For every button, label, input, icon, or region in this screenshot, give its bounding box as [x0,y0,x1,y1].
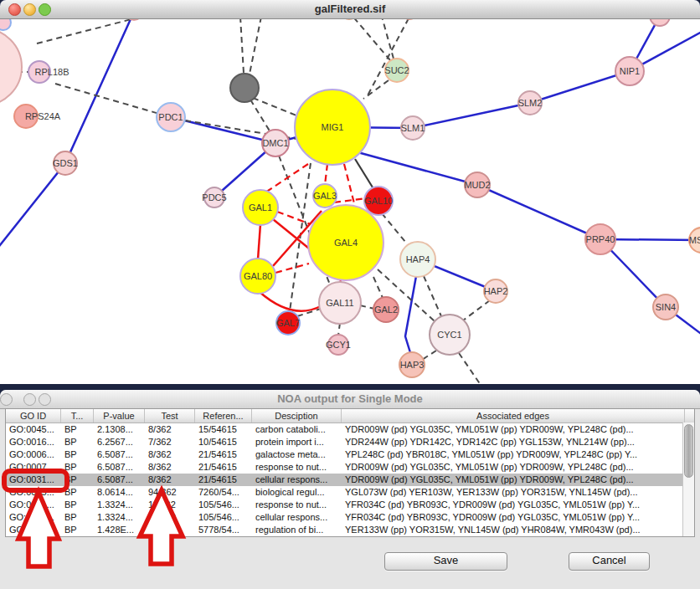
node-rps24a[interactable]: RPS24A [14,105,61,128]
node-gal4[interactable]: GAL4 [308,205,383,280]
close-button[interactable] [0,393,13,406]
edge [258,224,260,259]
close-button[interactable] [8,3,21,16]
node-gds1[interactable]: GDS1 [53,151,78,175]
node-label: SIN4 [656,302,676,312]
column-header-associated-edges[interactable]: Associated edges [342,409,685,423]
network-window-titlebar[interactable]: galFiltered.sif [0,0,700,19]
cell: 6.5087... [94,461,145,474]
column-header-go-id[interactable]: GO ID [6,409,61,423]
node-label: GDS1 [53,158,78,168]
table-row[interactable]: GO:0050...BP1.428E...80/3625778/54...reg… [6,524,694,536]
cell: YPL248C (pd) YBR018C, YML051W (pp) YDR00… [342,448,685,461]
cell: GO:0065... [6,486,61,499]
vertical-scrollbar[interactable] [682,423,694,536]
node-gal11[interactable]: GAL11 [319,282,361,324]
node-sin4[interactable]: SIN4 [653,294,678,320]
edge [290,163,311,311]
network-window-title: galFiltered.sif [0,0,700,18]
node-label: SUC2 [384,65,409,75]
cell: YDR009W (pd) YGL035C, YML051W (pp) YDR00… [342,461,685,474]
cell: 1.3324... [94,511,145,524]
node-slm1[interactable]: SLM1 [401,116,425,140]
node-unlabeled[interactable] [650,18,670,26]
noa-window-titlebar[interactable]: NOA output for Single Mode [0,390,700,409]
table-row-selected[interactable]: GO:0031...BP6.5087...8/36221/54615cellul… [6,474,694,486]
node-gal10[interactable]: GAL10 [364,187,393,215]
cell: YDR244W (pp) YDR142C, YDR142C (pp) YGL15… [342,436,685,448]
node-label: GAL7 [276,318,300,328]
zoom-button[interactable] [39,393,51,406]
node-hap4[interactable]: HAP4 [400,242,435,277]
node-rpl18b[interactable]: RPL18B [28,61,69,83]
node-label: RPL18B [35,67,69,77]
cell: cellular respons... [252,511,342,524]
node-unlabeled[interactable] [0,18,11,30]
column-header-desciption[interactable]: Desciption [252,409,342,423]
table-row[interactable]: GO:0031...BP1.3324...11/362105/546...res… [6,499,694,511]
node-dmc1[interactable]: DMC1 [262,130,289,156]
column-header-t-[interactable]: T... [61,409,94,423]
cell: BP [61,423,94,436]
cell: GO:0016... [6,436,61,448]
node-unlabeled[interactable] [230,74,259,102]
zoom-button[interactable] [39,3,51,16]
cell: 8/362 [145,448,195,461]
cell: YFR034C (pd) YBR093C, YDR009W (pd) YGL03… [342,499,685,511]
edge [463,300,490,320]
cell: BP [61,474,94,486]
node-nip1[interactable]: NIP1 [615,57,644,85]
node-gal3[interactable]: GAL3 [313,184,337,207]
node-label: PDC5 [202,192,226,202]
table-row[interactable]: GO:0045...BP2.1308...8/36215/54615carbon… [6,423,694,436]
table-row[interactable]: GO:0065...BP8.0614...94/3627260/54...bio… [6,486,694,499]
cell: GO:0007... [6,461,61,474]
minimize-button[interactable] [23,393,36,406]
table-row[interactable]: GO:0031...BP1.3324...11/362105/546...cel… [6,511,694,524]
node-msn5[interactable]: MSN5 [689,228,700,253]
cell: 10/54615 [195,436,252,448]
node-gal2[interactable]: GAL2 [373,297,399,322]
node-label: GAL11 [326,298,353,308]
edge [373,277,383,298]
save-button[interactable]: Save [384,552,507,571]
cell: YDR009W (pd) YGL035C, YML051W (pp) YDR00… [342,423,685,436]
node-unlabeled[interactable] [0,28,22,105]
column-header-referen-[interactable]: Referen... [195,409,252,423]
node-gcy1[interactable]: GCY1 [326,335,351,355]
node-label: HAP3 [400,360,425,370]
edge [405,276,416,358]
node-label: RPS24A [25,111,61,121]
column-header-p-value[interactable]: P-value [94,409,145,423]
node-mud2[interactable]: MUD2 [464,172,490,197]
node-slm2[interactable]: SLM2 [518,91,543,115]
node-hap2[interactable]: HAP2 [484,279,508,303]
node-suc2[interactable]: SUC2 [384,59,409,82]
node-cyc1[interactable]: CYC1 [430,315,470,355]
node-gal7[interactable]: GAL7 [276,311,300,335]
table-row[interactable]: GO:0016...BP6.2567...7/36210/54615protei… [6,436,694,448]
column-header-test[interactable]: Test [145,409,195,423]
edge [382,213,409,247]
minimize-button[interactable] [23,3,36,16]
node-label: GCY1 [326,340,351,350]
node-gal80[interactable]: GAL80 [240,259,275,294]
node-gal1[interactable]: GAL1 [243,190,278,225]
table-row[interactable]: GO:0007...BP6.5087...8/36221/54615respon… [6,461,694,474]
table-row[interactable]: GO:0006...BP6.5087...8/36221/54615galact… [6,448,694,461]
edge [55,84,171,117]
scrollbar-thumb[interactable] [684,424,693,478]
cell: 11/362 [145,499,195,511]
cell: 7260/54... [195,486,252,499]
cancel-button[interactable]: Cancel [569,552,650,571]
cell: 6.2567... [94,436,145,448]
table-header-row[interactable]: GO IDT...P-valueTestReferen...Desciption… [6,409,694,423]
cell: 1.428E... [94,524,145,536]
node-label: GAL10 [364,196,393,206]
node-label: HAP2 [484,286,508,296]
node-prp40[interactable]: PRP40 [585,224,615,254]
node-mig1[interactable]: MIG1 [295,90,370,165]
node-pdc1[interactable]: PDC1 [157,103,185,131]
network-canvas[interactable]: RPL18BRPS24AGDS1PDC1DMC1PDC5MIG1SUC2SLM1… [0,18,700,384]
node-hap3[interactable]: HAP3 [399,352,425,377]
